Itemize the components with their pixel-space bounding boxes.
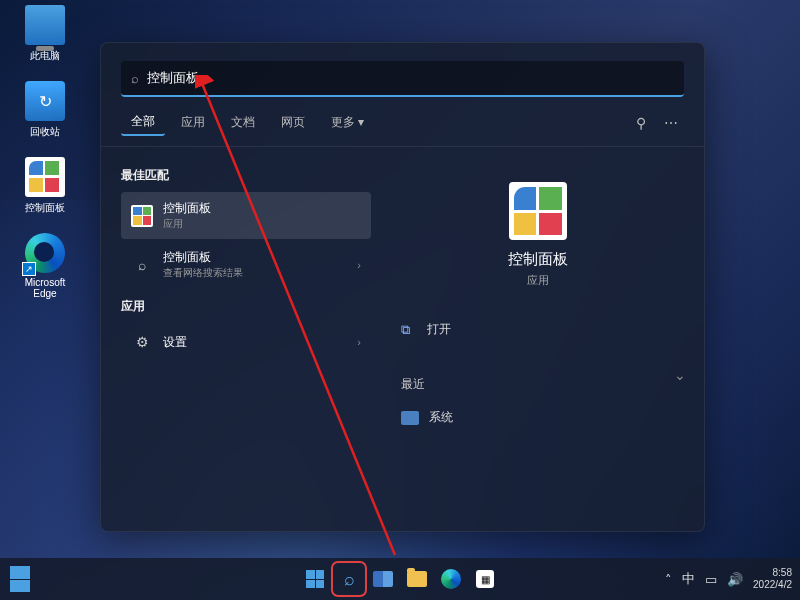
- filter-tab-apps[interactable]: 应用: [171, 110, 215, 135]
- desktop-icon-edge[interactable]: ↗ Microsoft Edge: [15, 233, 75, 299]
- edge-icon: [441, 569, 461, 589]
- filter-tab-all[interactable]: 全部: [121, 109, 165, 136]
- taskbar: ⌕ ▦ ˄ 中 ▭ 🔊 8:58 2022/4/2: [0, 558, 800, 600]
- search-icon: ⌕: [131, 254, 153, 276]
- clock-time: 8:58: [753, 567, 792, 579]
- search-results-list: 最佳匹配 控制面板 应用 ⌕ 控制面板 查看网络搜索结果 › 应用 ⚙: [101, 147, 381, 525]
- desktop-icon-label: Microsoft Edge: [15, 277, 75, 299]
- expand-actions-button[interactable]: ⌄: [674, 367, 686, 383]
- recent-header: 最近: [401, 376, 684, 393]
- result-subtitle: 查看网络搜索结果: [163, 266, 357, 280]
- store-icon: ▦: [476, 570, 494, 588]
- section-apps: 应用: [121, 298, 371, 315]
- search-icon: ⌕: [131, 71, 139, 86]
- result-name: 设置: [163, 334, 357, 351]
- desktop-icon-label: 此电脑: [15, 49, 75, 63]
- search-icon: ⌕: [344, 569, 355, 590]
- recent-item-label: 系统: [429, 409, 453, 426]
- search-preview-pane: 控制面板 应用 ⧉ 打开 ⌄ 最近 系统: [381, 147, 704, 525]
- result-settings[interactable]: ⚙ 设置 ›: [121, 323, 371, 361]
- filter-more-label: 更多: [331, 115, 355, 129]
- filter-tab-more[interactable]: 更多 ▾: [321, 110, 374, 135]
- filter-tab-docs[interactable]: 文档: [221, 110, 265, 135]
- shortcut-badge-icon: ↗: [22, 262, 36, 276]
- taskbar-search-button[interactable]: ⌕: [334, 564, 364, 594]
- control-panel-icon: [25, 157, 65, 197]
- taskbar-store-button[interactable]: ▦: [470, 564, 500, 594]
- control-panel-icon: [509, 182, 567, 240]
- folder-icon: [407, 571, 427, 587]
- recent-item-system[interactable]: 系统: [391, 403, 684, 432]
- result-name: 控制面板: [163, 249, 357, 266]
- more-options-icon[interactable]: ⋯: [658, 115, 684, 131]
- chevron-right-icon: ›: [357, 259, 361, 271]
- taskbar-clock[interactable]: 8:58 2022/4/2: [753, 567, 792, 591]
- desktop-icon-recycle-bin[interactable]: 回收站: [15, 81, 75, 139]
- result-name: 控制面板: [163, 200, 361, 217]
- recycle-bin-icon: [25, 81, 65, 121]
- desktop-icon-label: 控制面板: [15, 201, 75, 215]
- search-input[interactable]: [147, 71, 674, 86]
- open-icon: ⧉: [401, 322, 419, 338]
- search-box[interactable]: ⌕: [121, 61, 684, 97]
- desktop-icons: 此电脑 回收站 控制面板 ↗ Microsoft Edge: [15, 5, 75, 317]
- taskbar-explorer-button[interactable]: [402, 564, 432, 594]
- taskbar-tray: ˄ 中 ▭ 🔊 8:58 2022/4/2: [665, 567, 792, 591]
- chevron-right-icon: ›: [357, 336, 361, 348]
- tray-chevron-icon[interactable]: ˄: [665, 572, 672, 587]
- control-panel-icon: [131, 205, 153, 227]
- result-subtitle: 应用: [163, 217, 361, 231]
- account-icon[interactable]: ⚲: [630, 115, 652, 131]
- pc-icon: [25, 5, 65, 45]
- filter-tab-web[interactable]: 网页: [271, 110, 315, 135]
- tray-volume-icon[interactable]: 🔊: [727, 572, 743, 587]
- clock-date: 2022/4/2: [753, 579, 792, 591]
- taskbar-edge-button[interactable]: [436, 564, 466, 594]
- taskbar-center: ⌕ ▦: [300, 564, 500, 594]
- preview-subtitle: 应用: [391, 273, 684, 288]
- action-label: 打开: [427, 321, 451, 338]
- edge-icon: ↗: [25, 233, 65, 273]
- system-icon: [401, 411, 419, 425]
- gear-icon: ⚙: [131, 331, 153, 353]
- start-search-panel: ⌕ 全部 应用 文档 网页 更多 ▾ ⚲ ⋯ 最佳匹配 控制面板 应用 ⌕ 控制…: [100, 42, 705, 532]
- search-filter-bar: 全部 应用 文档 网页 更多 ▾ ⚲ ⋯: [101, 97, 704, 147]
- action-open[interactable]: ⧉ 打开: [391, 313, 684, 346]
- taskbar-left: [10, 566, 30, 592]
- windows-icon: [306, 570, 324, 588]
- section-best-match: 最佳匹配: [121, 167, 371, 184]
- taskbar-corner-icon[interactable]: [10, 566, 30, 592]
- result-control-panel[interactable]: 控制面板 应用: [121, 192, 371, 239]
- desktop-icon-control-panel[interactable]: 控制面板: [15, 157, 75, 215]
- tray-network-icon[interactable]: ▭: [705, 572, 717, 587]
- preview-title: 控制面板: [391, 250, 684, 269]
- tray-ime-indicator[interactable]: 中: [682, 570, 695, 588]
- widgets-icon: [373, 571, 393, 587]
- taskbar-widgets-button[interactable]: [368, 564, 398, 594]
- desktop-icon-this-pc[interactable]: 此电脑: [15, 5, 75, 63]
- start-button[interactable]: [300, 564, 330, 594]
- result-web-search[interactable]: ⌕ 控制面板 查看网络搜索结果 ›: [121, 241, 371, 288]
- desktop-icon-label: 回收站: [15, 125, 75, 139]
